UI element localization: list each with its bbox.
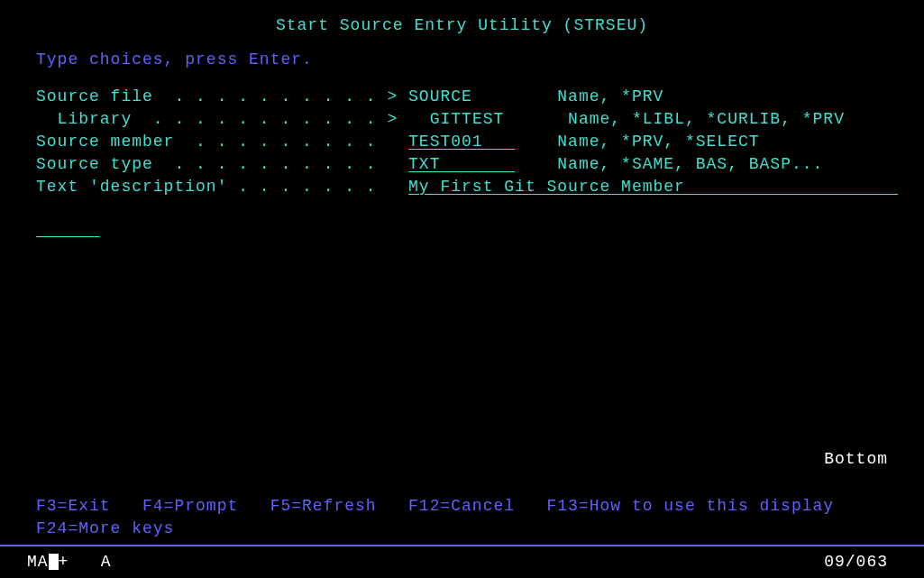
status-bar: MA+ A 09/063 — [0, 553, 924, 571]
status-ma: MA — [27, 553, 49, 571]
fkey-f24[interactable]: F24=More keys — [36, 519, 174, 537]
page-title: Start Source Entry Utility (STRSEU) — [0, 0, 924, 50]
library-label: Library . . . . . . . . . . . > — [36, 110, 419, 128]
source-type-input[interactable]: TXT — [408, 155, 515, 173]
bottom-indicator: Bottom — [824, 450, 888, 468]
source-member-input[interactable]: TEST001 — [408, 133, 515, 151]
library-hint: Name, *LIBL, *CURLIB, *PRV — [557, 110, 845, 128]
form-area: Source file . . . . . . . . . . > SOURCE… — [0, 85, 924, 197]
cursor-icon — [49, 554, 59, 570]
status-left: MA+ A — [27, 553, 112, 571]
continuation-input[interactable] — [36, 220, 100, 238]
source-file-hint: Name, *PRV — [547, 87, 664, 106]
cursor-position: 09/063 — [824, 553, 888, 571]
instruction-text: Type choices, press Enter. — [0, 50, 924, 85]
library-value[interactable]: GITTEST — [419, 110, 557, 128]
text-desc-input[interactable]: My First Git Source Member — [408, 178, 898, 196]
separator-line — [0, 545, 924, 546]
source-type-hint: Name, *SAME, BAS, BASP... — [515, 155, 823, 173]
source-member-hint: Name, *PRV, *SELECT — [515, 133, 759, 151]
function-keys-line2: F24=More keys — [36, 519, 174, 537]
function-keys-line1: F3=Exit F4=Prompt F5=Refresh F12=Cancel … — [36, 497, 834, 515]
status-plus: + — [59, 553, 69, 571]
source-file-label: Source file . . . . . . . . . . > — [36, 87, 408, 106]
source-member-label: Source member . . . . . . . . . — [36, 133, 408, 151]
source-file-value[interactable]: SOURCE — [408, 87, 546, 106]
source-type-label: Source type . . . . . . . . . . — [36, 155, 408, 173]
status-a: A — [69, 553, 111, 571]
text-desc-label: Text 'description' . . . . . . . — [36, 178, 408, 196]
fkey-f3[interactable]: F3=Exit F4=Prompt F5=Refresh F12=Cancel … — [36, 497, 834, 515]
